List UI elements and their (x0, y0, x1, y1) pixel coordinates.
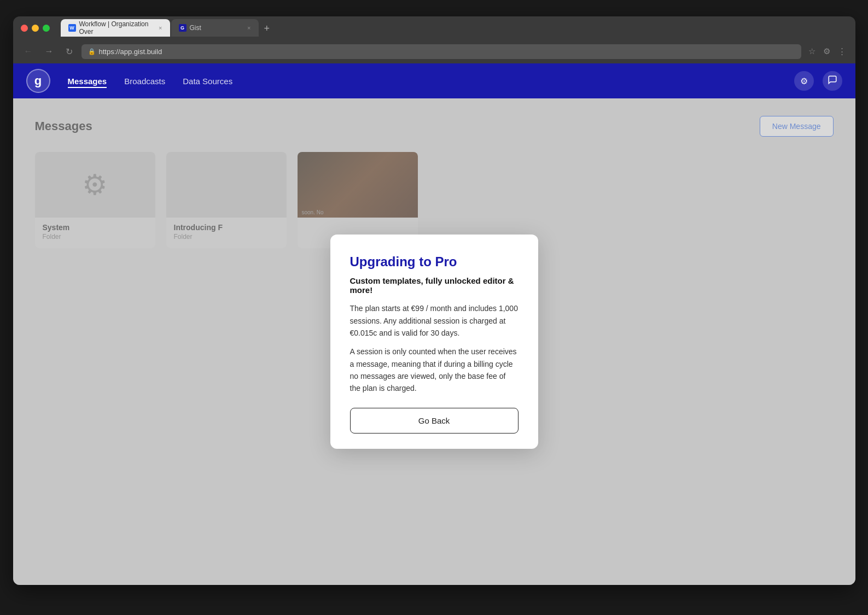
browser-tab-2[interactable]: G Gist × (171, 19, 259, 37)
nav-link-data-sources[interactable]: Data Sources (183, 74, 232, 88)
settings-icon[interactable]: ⚙ (822, 45, 832, 58)
settings-nav-icon: ⚙ (800, 76, 808, 86)
browser-tab-1[interactable]: W Workflow | Organization Over × (61, 19, 170, 37)
browser-titlebar: W Workflow | Organization Over × G Gist … (13, 16, 855, 39)
toolbar-icons: ☆ ⚙ ⋮ (807, 45, 848, 58)
chat-nav-button[interactable] (823, 71, 842, 91)
tab-close-2[interactable]: × (247, 25, 251, 31)
back-button[interactable]: ← (21, 44, 36, 58)
app-container: g Messages Broadcasts Data Sources ⚙ (13, 63, 855, 585)
modal-body-p1: The plan starts at €99 / month and inclu… (350, 302, 519, 339)
modal-body: The plan starts at €99 / month and inclu… (350, 302, 519, 395)
new-tab-button[interactable]: + (260, 21, 275, 37)
refresh-button[interactable]: ↻ (62, 44, 76, 59)
nav-right-icons: ⚙ (794, 71, 842, 91)
app-logo: g (26, 69, 50, 93)
modal-subtitle: Custom templates, fully unlocked editor … (350, 276, 519, 295)
minimize-button[interactable] (32, 25, 39, 32)
browser-window: W Workflow | Organization Over × G Gist … (13, 16, 855, 585)
close-button[interactable] (21, 25, 28, 32)
modal-title: Upgrading to Pro (350, 254, 519, 270)
maximize-button[interactable] (43, 25, 50, 32)
tab-favicon-2: G (179, 24, 187, 32)
modal-body-p2: A session is only counted when the user … (350, 345, 519, 395)
lock-icon: 🔒 (88, 48, 96, 55)
chat-nav-icon (828, 75, 837, 87)
nav-link-messages[interactable]: Messages (68, 74, 107, 88)
nav-link-broadcasts[interactable]: Broadcasts (124, 74, 165, 88)
browser-tabs: W Workflow | Organization Over × G Gist … (61, 19, 848, 37)
main-content: Messages New Message ⚙ System Folder (13, 98, 855, 585)
nav-links: Messages Broadcasts Data Sources (68, 74, 794, 88)
star-icon[interactable]: ☆ (807, 45, 817, 58)
url-text: https://app.gist.build (99, 48, 162, 56)
browser-toolbar: ← → ↻ 🔒 https://app.gist.build ☆ ⚙ ⋮ (13, 39, 855, 63)
tab-label-2: Gist (190, 24, 201, 32)
address-bar[interactable]: 🔒 https://app.gist.build (81, 44, 801, 59)
forward-button[interactable]: → (42, 44, 57, 58)
modal-overlay: Upgrading to Pro Custom templates, fully… (13, 98, 855, 585)
tab-close-1[interactable]: × (159, 25, 162, 31)
tab-favicon-1: W (68, 24, 76, 32)
menu-icon[interactable]: ⋮ (836, 45, 848, 58)
app-nav: g Messages Broadcasts Data Sources ⚙ (13, 63, 855, 98)
traffic-lights (21, 25, 50, 32)
go-back-button[interactable]: Go Back (350, 408, 519, 434)
upgrade-modal: Upgrading to Pro Custom templates, fully… (330, 235, 538, 449)
settings-nav-button[interactable]: ⚙ (794, 71, 814, 91)
tab-label-1: Workflow | Organization Over (79, 20, 156, 36)
